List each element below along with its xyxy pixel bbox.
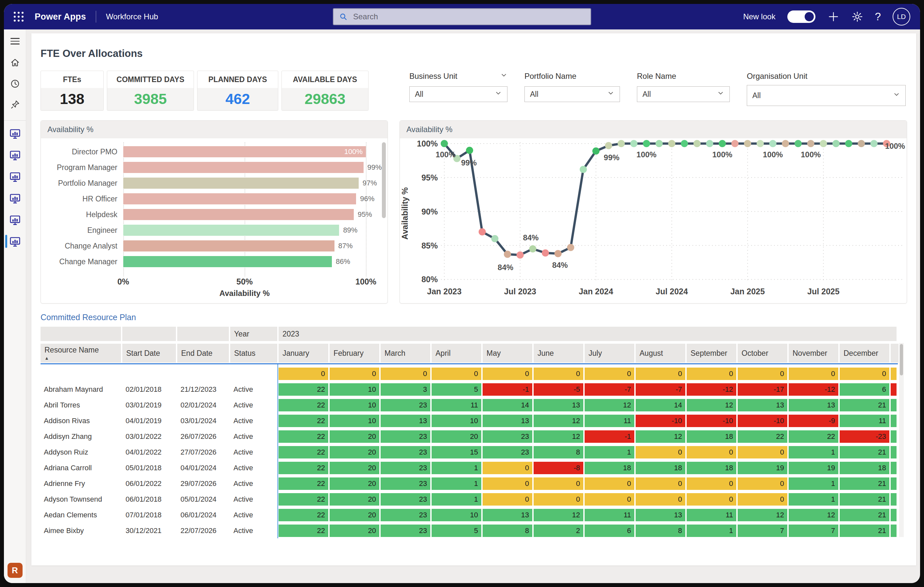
column-header-status[interactable]: Status: [230, 344, 277, 363]
filter-dropdown[interactable]: All: [747, 85, 906, 106]
bar-chart-scrollbar[interactable]: [382, 142, 386, 266]
avatar[interactable]: LD: [893, 8, 910, 25]
line-data-points[interactable]: [441, 140, 890, 259]
month-value-cell[interactable]: 7: [738, 524, 787, 537]
month-value-cell[interactable]: 0: [483, 478, 532, 490]
column-header-january[interactable]: January: [279, 344, 328, 363]
data-point[interactable]: [832, 140, 840, 147]
month-value-cell[interactable]: 1: [432, 493, 481, 506]
data-point[interactable]: [795, 140, 802, 147]
search-input[interactable]: [353, 12, 585, 21]
month-value-cell[interactable]: -9: [789, 415, 838, 427]
data-point[interactable]: [605, 142, 612, 149]
month-value-cell[interactable]: 11: [432, 399, 481, 412]
month-value-cell[interactable]: 5: [432, 524, 481, 537]
month-value-cell[interactable]: 21: [840, 399, 889, 412]
month-value-cell[interactable]: 23: [381, 399, 430, 412]
data-point[interactable]: [554, 250, 562, 257]
add-icon[interactable]: [827, 10, 840, 23]
data-point[interactable]: [441, 140, 448, 147]
data-point[interactable]: [618, 140, 625, 147]
month-value-cell[interactable]: 21: [840, 493, 889, 506]
month-value-cell[interactable]: 8: [534, 446, 583, 458]
month-value-cell[interactable]: 22: [279, 399, 328, 412]
month-value-cell[interactable]: 1: [789, 478, 838, 490]
month-value-cell[interactable]: 18: [840, 462, 889, 474]
data-point[interactable]: [731, 140, 739, 147]
column-header-february[interactable]: February: [330, 344, 379, 363]
data-point[interactable]: [529, 245, 536, 253]
month-value-cell[interactable]: -5: [534, 383, 583, 396]
month-value-cell[interactable]: -23: [840, 430, 889, 443]
month-value-cell[interactable]: 0: [585, 478, 634, 490]
data-point[interactable]: [820, 140, 827, 147]
month-value-cell[interactable]: 20: [330, 446, 379, 458]
new-look-toggle[interactable]: [787, 10, 815, 23]
month-value-cell[interactable]: 11: [840, 415, 889, 427]
month-value-cell[interactable]: 0: [789, 367, 838, 380]
month-value-cell[interactable]: 18: [635, 462, 685, 474]
month-value-cell[interactable]: 23: [381, 446, 430, 458]
month-value-cell[interactable]: 10: [330, 383, 379, 396]
sidebar-report-icon-4[interactable]: [4, 189, 26, 210]
month-value-cell[interactable]: 10: [330, 399, 379, 412]
month-value-cell[interactable]: -7: [635, 383, 685, 396]
month-value-cell[interactable]: 0: [483, 493, 532, 506]
pin-icon[interactable]: [10, 99, 20, 111]
data-point[interactable]: [491, 235, 498, 242]
month-value-cell[interactable]: 13: [789, 399, 838, 412]
month-value-cell[interactable]: 12: [534, 509, 583, 521]
month-value-cell[interactable]: 1: [686, 524, 736, 537]
month-value-cell[interactable]: 22: [789, 430, 838, 443]
bar-engineer[interactable]: [123, 225, 339, 236]
month-value-cell[interactable]: 14: [635, 399, 685, 412]
month-value-cell[interactable]: 8: [483, 524, 532, 537]
help-icon[interactable]: ?: [875, 10, 881, 23]
month-value-cell[interactable]: 20: [330, 462, 379, 474]
sidebar-report-icon-5[interactable]: [4, 210, 26, 232]
month-value-cell[interactable]: 1: [585, 446, 634, 458]
month-value-cell[interactable]: 20: [330, 430, 379, 443]
month-value-cell[interactable]: 12: [686, 399, 736, 412]
column-header-resource-name[interactable]: Resource Name▲: [41, 344, 121, 363]
column-header-june[interactable]: June: [534, 344, 583, 363]
month-value-cell[interactable]: 12: [585, 399, 634, 412]
bar-change-analyst[interactable]: [123, 240, 335, 251]
month-value-cell[interactable]: 20: [432, 430, 481, 443]
month-value-cell[interactable]: 0: [635, 367, 685, 380]
month-value-cell[interactable]: 0: [432, 367, 481, 380]
data-point[interactable]: [592, 147, 600, 155]
month-value-cell[interactable]: 0: [585, 493, 634, 506]
month-value-cell[interactable]: 22: [279, 493, 328, 506]
data-point[interactable]: [668, 140, 675, 147]
month-value-cell[interactable]: 0: [483, 462, 532, 474]
month-value-cell[interactable]: 22: [279, 446, 328, 458]
month-value-cell[interactable]: 0: [585, 367, 634, 380]
bar-change-manager[interactable]: [123, 256, 332, 267]
month-value-cell[interactable]: 10: [330, 415, 379, 427]
month-value-cell[interactable]: 22: [279, 462, 328, 474]
month-value-cell[interactable]: 20: [330, 524, 379, 537]
column-header-october[interactable]: October: [738, 344, 787, 363]
data-point[interactable]: [744, 140, 751, 147]
month-value-cell[interactable]: 13: [483, 509, 532, 521]
month-value-cell[interactable]: 22: [279, 509, 328, 521]
month-value-cell[interactable]: 23: [381, 493, 430, 506]
month-value-cell[interactable]: 0: [635, 478, 685, 490]
month-value-cell[interactable]: 23: [381, 430, 430, 443]
month-value-cell[interactable]: -1: [585, 430, 634, 443]
month-value-cell[interactable]: 2: [534, 524, 583, 537]
filter-dropdown[interactable]: All: [637, 86, 730, 102]
bar-program-manager[interactable]: [123, 162, 364, 173]
month-value-cell[interactable]: 20: [330, 509, 379, 521]
data-point[interactable]: [516, 251, 524, 259]
month-value-cell[interactable]: 23: [381, 524, 430, 537]
sidebar-report-icon-6[interactable]: [4, 232, 26, 253]
month-value-cell[interactable]: 0: [534, 493, 583, 506]
month-value-cell[interactable]: 0: [686, 446, 736, 458]
column-header-april[interactable]: April: [432, 344, 481, 363]
month-value-cell[interactable]: 7: [789, 524, 838, 537]
data-point[interactable]: [567, 244, 574, 251]
month-value-cell[interactable]: -12: [686, 383, 736, 396]
month-value-cell[interactable]: 0: [686, 478, 736, 490]
